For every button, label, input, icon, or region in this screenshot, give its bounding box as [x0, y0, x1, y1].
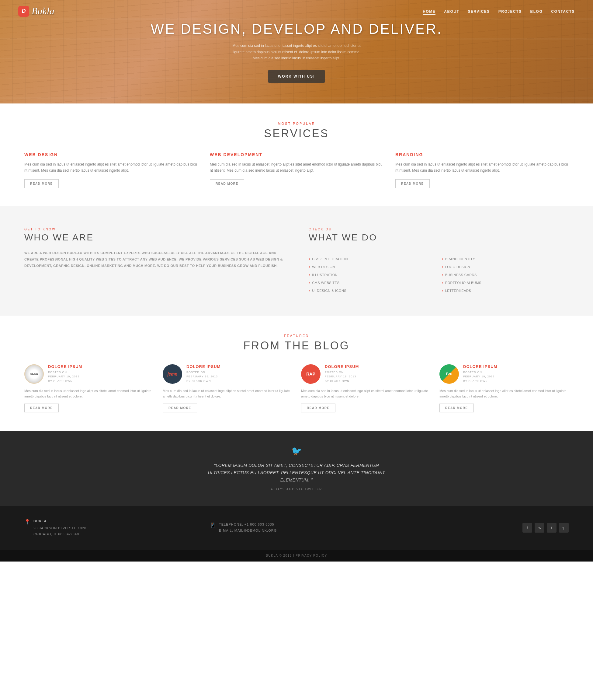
list-item: BUSINESS CARDS	[442, 270, 569, 279]
service-web-design-title: WEB DESIGN	[24, 152, 198, 157]
blog-post-1-excerpt: Mes cum dia sed in lacus ut enlascet ing…	[24, 388, 154, 399]
services-label: MOST POPULAR	[24, 122, 569, 125]
list-item: LOGO DESIGN	[442, 263, 569, 270]
twitter-quote: "LOREM IPSUM DOLOR SIT AMET, CONSECTETUR…	[205, 462, 388, 484]
blog-post-1: QLINX DOLORE IPSUM POSTED ON FEBRUARY 19…	[24, 364, 154, 412]
nav-about[interactable]: ABOUT	[444, 9, 459, 14]
service-web-dev-desc: Mes cum dia sed in lacus ut enlascet ing…	[210, 161, 383, 174]
blog-post-2-btn[interactable]: READ MORE	[163, 404, 197, 412]
footer-contact: 📱 TELEPHONE: +1 800 603 6035 E-MAIL: MAI…	[210, 522, 383, 534]
blog-thumb-3: RAP	[301, 364, 320, 384]
blog-post-2-date: POSTED ON FEBRUARY 19, 2013 BY CLARK OWN	[187, 370, 221, 383]
blog-post-4-date: POSTED ON FEBRUARY 19, 2013 BY CLARK OWN	[463, 370, 497, 383]
hero-content: WE DESIGN, DEVELOP AND DELIVER. Mes cum …	[151, 21, 442, 82]
blog-post-1-meta: DOLORE IPSUM POSTED ON FEBRUARY 19, 2013…	[48, 364, 82, 383]
what-list-left: CSS 3 INTEGRATION WEB DESIGN ILLUSTRATIO…	[309, 255, 436, 294]
footer: 📍 BUKLA 28 JACKSON BLVD STE 1020 CHICAGO…	[0, 506, 593, 550]
service-web-dev: WEB DEVELOPMENT Mes cum dia sed in lacus…	[210, 152, 383, 188]
footer-contact-text: TELEPHONE: +1 800 603 6035 E-MAIL: MAIL@…	[219, 522, 277, 534]
service-web-design-btn[interactable]: READ MORE	[24, 179, 59, 188]
blog-post-4: Bru DOLORE IPSUM POSTED ON FEBRUARY 19, …	[439, 364, 569, 412]
what-lists: CSS 3 INTEGRATION WEB DESIGN ILLUSTRATIO…	[309, 255, 569, 294]
twitter-time: 4 DAYS AGO VIA TWITTER	[24, 487, 569, 491]
hero-cta-button[interactable]: WORK WITH US!	[268, 70, 325, 83]
blog-post-1-header: QLINX DOLORE IPSUM POSTED ON FEBRUARY 19…	[24, 364, 154, 384]
blog-thumb-2: jemn	[163, 364, 182, 384]
footer-bar: BUKLA © 2013 | PRIVACY POLICY	[0, 550, 593, 561]
service-web-dev-btn[interactable]: READ MORE	[210, 179, 244, 188]
footer-address: 📍 BUKLA 28 JACKSON BLVD STE 1020 CHICAGO…	[24, 518, 198, 538]
blog-post-3: RAP DOLORE IPSUM POSTED ON FEBRUARY 18, …	[301, 364, 430, 412]
what-list-right: BRAND IDENTITY LOGO DESIGN BUSINESS CARD…	[442, 255, 569, 294]
blog-post-4-btn[interactable]: READ MORE	[439, 404, 474, 412]
blog-thumb-1: QLINX	[24, 364, 44, 384]
service-web-design: WEB DESIGN Mes cum dia sed in lacus ut e…	[24, 152, 198, 188]
googleplus-button[interactable]: g+	[559, 523, 569, 532]
who-text: WE ARE A WEB DESIGN BUREAU WITH ITS COMP…	[24, 250, 284, 269]
blog-post-3-meta: DOLORE IPSUM POSTED ON FEBRUARY 18, 2013…	[325, 364, 359, 383]
who-label: GET TO KNOW	[24, 228, 284, 231]
service-branding-btn[interactable]: READ MORE	[395, 179, 430, 188]
list-item: BRAND IDENTITY	[442, 255, 569, 263]
nav-projects[interactable]: PROJECTS	[499, 9, 522, 14]
blog-post-4-header: Bru DOLORE IPSUM POSTED ON FEBRUARY 19, …	[439, 364, 569, 384]
phone-icon: 📱	[210, 522, 216, 528]
nav-contacts[interactable]: CONTACTS	[551, 9, 575, 14]
social-links: f ∿ t g+	[395, 523, 569, 532]
blog-post-2: jemn DOLORE IPSUM POSTED ON FEBRUARY 19,…	[163, 364, 292, 412]
list-item: PORTFOLIO ALBUMS	[442, 279, 569, 286]
blog-section: FEATURED FROM THE BLOG QLINX DOLORE IPSU…	[0, 316, 593, 431]
who-title: WHO WE ARE	[24, 232, 284, 243]
twitter-section: 🐦 "LOREM IPSUM DOLOR SIT AMET, CONSECTET…	[0, 431, 593, 506]
service-branding-title: BRANDING	[395, 152, 569, 157]
service-branding-desc: Mes cum dia sed in lacus ut enlascet ing…	[395, 161, 569, 174]
blog-label: FEATURED	[24, 334, 569, 337]
logo-icon: D	[18, 6, 29, 17]
list-item: CMS WEBSITES	[309, 279, 436, 286]
blog-post-4-excerpt: Mes cum dia sed in lacus ut enlascet ing…	[439, 388, 569, 399]
location-icon: 📍	[24, 519, 30, 525]
blog-post-2-title: DOLORE IPSUM	[187, 364, 221, 369]
rss-button[interactable]: ∿	[535, 523, 544, 532]
hero-subtitle: Mes cum dia sed in lacus ut enlascet ing…	[224, 43, 369, 61]
nav-home[interactable]: HOME	[423, 9, 435, 15]
blog-post-2-header: jemn DOLORE IPSUM POSTED ON FEBRUARY 19,…	[163, 364, 292, 384]
what-title: WHAT WE DO	[309, 232, 569, 243]
blog-post-4-meta: DOLORE IPSUM POSTED ON FEBRUARY 19, 2013…	[463, 364, 497, 383]
blog-post-3-title: DOLORE IPSUM	[325, 364, 359, 369]
what-label: CHECK OUT	[309, 228, 569, 231]
service-web-design-desc: Mes cum dia sed in lacus ut enlascet ing…	[24, 161, 198, 174]
facebook-button[interactable]: f	[522, 523, 532, 532]
service-web-dev-title: WEB DEVELOPMENT	[210, 152, 383, 157]
about-section: GET TO KNOW WHO WE ARE WE ARE A WEB DESI…	[0, 206, 593, 316]
blog-title: FROM THE BLOG	[24, 339, 569, 352]
services-grid: WEB DESIGN Mes cum dia sed in lacus ut e…	[24, 152, 569, 188]
footer-address-text: BUKLA 28 JACKSON BLVD STE 1020 CHICAGO, …	[34, 518, 86, 538]
blog-post-3-btn[interactable]: READ MORE	[301, 404, 335, 412]
list-item: LETTERHEADS	[442, 286, 569, 294]
blog-post-3-excerpt: Mes cum dia sed in lacus ut enlascet ing…	[301, 388, 430, 399]
hero-title: WE DESIGN, DEVELOP AND DELIVER.	[151, 21, 442, 37]
blog-post-1-btn[interactable]: READ MORE	[24, 404, 59, 412]
what-we-do: CHECK OUT WHAT WE DO CSS 3 INTEGRATION W…	[309, 228, 569, 294]
blog-thumb-4: Bru	[439, 364, 459, 384]
blog-post-3-date: POSTED ON FEBRUARY 18, 2013 BY CLARK OWN	[325, 370, 359, 383]
twitter-icon: 🐦	[24, 446, 569, 456]
services-title: SERVICES	[24, 127, 569, 140]
service-branding: BRANDING Mes cum dia sed in lacus ut enl…	[395, 152, 569, 188]
services-section: MOST POPULAR SERVICES WEB DESIGN Mes cum…	[0, 104, 593, 206]
twitter-button[interactable]: t	[547, 523, 556, 532]
blog-grid: QLINX DOLORE IPSUM POSTED ON FEBRUARY 19…	[24, 364, 569, 412]
list-item: ILLUSTRATION	[309, 270, 436, 279]
logo[interactable]: D Bukla	[18, 5, 54, 17]
blog-post-3-header: RAP DOLORE IPSUM POSTED ON FEBRUARY 18, …	[301, 364, 430, 384]
who-we-are: GET TO KNOW WHO WE ARE WE ARE A WEB DESI…	[24, 228, 284, 294]
nav-services[interactable]: SERVICES	[468, 9, 489, 14]
nav-blog[interactable]: BLOG	[530, 9, 543, 14]
footer-copyright: BUKLA © 2013 | PRIVACY POLICY	[4, 554, 589, 557]
blog-post-2-meta: DOLORE IPSUM POSTED ON FEBRUARY 19, 2013…	[187, 364, 221, 383]
list-item: WEB DESIGN	[309, 263, 436, 270]
nav-links: HOME ABOUT SERVICES PROJECTS BLOG CONTAC…	[423, 8, 575, 14]
blog-post-2-excerpt: Mes cum dia sed in lacus ut enlascet ing…	[163, 388, 292, 399]
navbar: D Bukla HOME ABOUT SERVICES PROJECTS BLO…	[0, 0, 593, 22]
